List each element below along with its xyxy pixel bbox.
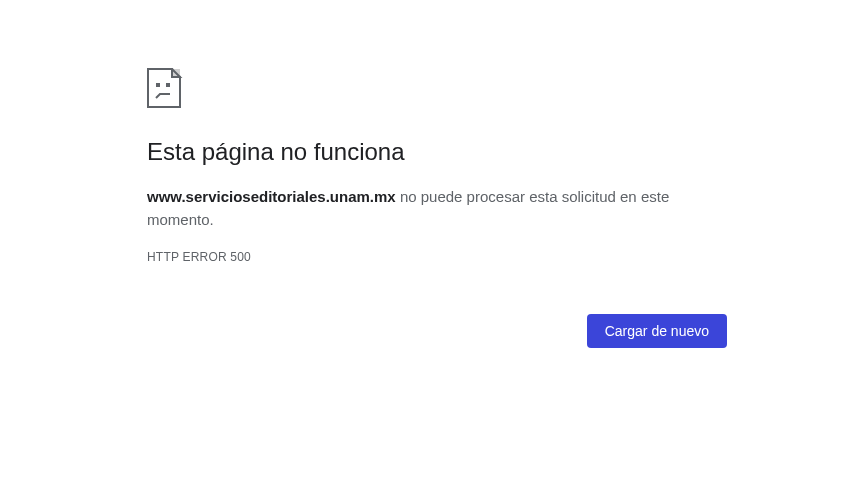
sad-document-icon (147, 68, 727, 108)
error-description: www.servicioseditoriales.unam.mx no pued… (147, 185, 727, 232)
actions-row: Cargar de nuevo (147, 314, 727, 348)
error-host: www.servicioseditoriales.unam.mx (147, 188, 396, 205)
page-title: Esta página no funciona (147, 136, 727, 167)
svg-rect-2 (166, 83, 170, 87)
error-container: Esta página no funciona www.serviciosedi… (147, 68, 727, 348)
reload-button[interactable]: Cargar de nuevo (587, 314, 727, 348)
svg-rect-1 (156, 83, 160, 87)
error-code: HTTP ERROR 500 (147, 250, 727, 264)
